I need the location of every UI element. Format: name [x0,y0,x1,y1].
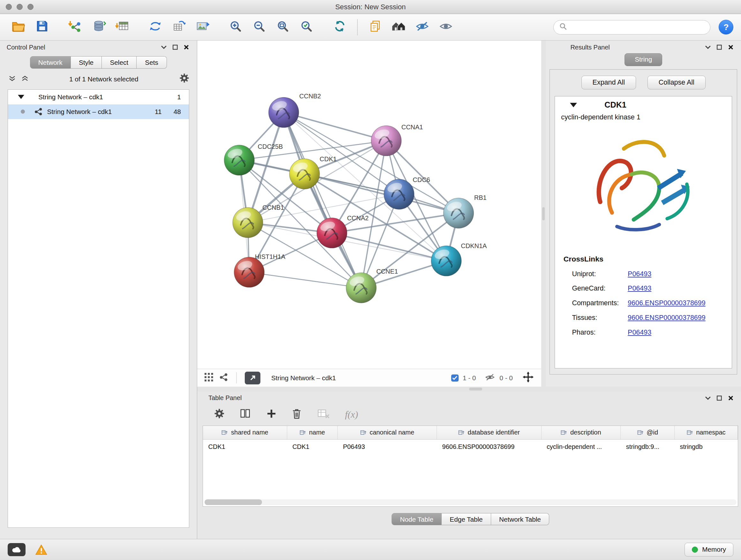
import-network-from-database-button[interactable] [88,17,110,38]
horizontal-splitter[interactable] [197,387,741,391]
show-all-button[interactable] [435,17,457,38]
hidden-eye-slash-icon[interactable] [485,373,495,383]
collapse-all-button[interactable]: Collapse All [648,76,705,89]
scrollbar-thumb[interactable] [205,499,262,505]
vertical-splitter[interactable] [541,41,546,387]
graph-edge[interactable] [284,112,361,288]
warning-button[interactable] [33,543,49,556]
network-canvas[interactable]: CCNB2CCNA1CDC25BCDK1CDC6RB1CCNB1CCNA2CDK… [197,41,541,369]
column-header--id[interactable]: @id [621,426,675,439]
selected-checkbox-icon[interactable] [451,374,458,381]
splitter-handle[interactable] [469,388,482,390]
new-network-from-selection-button[interactable] [168,17,190,38]
help-button[interactable]: ? [719,20,733,35]
table-row[interactable]: CDK1CDK1P064939606.ENSP00000378699cyclin… [203,440,738,454]
copy-document-button[interactable] [364,17,386,38]
column-header-database-identifier[interactable]: database identifier [437,426,541,439]
export-image-button[interactable] [192,17,213,38]
control-panel-close-button[interactable] [181,43,192,52]
window-close-button[interactable] [6,4,12,10]
graph-node-RB1[interactable] [443,198,474,228]
tab-network[interactable]: Network [30,56,71,69]
document-copy-icon [369,20,382,35]
zoom-fit-button[interactable] [272,17,294,38]
column-header-namespac[interactable]: namespac [675,426,738,439]
column-header-canonical-name[interactable]: canonical name [338,426,437,439]
table-cell: P06493 [338,440,437,454]
crosslink-value-link[interactable]: 9606.ENSP00000378699 [628,314,705,322]
splitter-handle[interactable] [542,207,545,220]
delete-column-trash-icon[interactable] [292,408,301,421]
memory-button[interactable]: Memory [684,543,734,557]
crosslink-value-link[interactable]: P06493 [628,328,651,336]
table-panel-close-button[interactable] [725,393,737,403]
table-horizontal-scrollbar[interactable] [205,499,737,505]
control-panel-float-button[interactable] [170,43,181,52]
pan-crosshair-icon[interactable] [523,372,534,384]
open-session-button[interactable] [8,17,29,38]
entry-collapse-caret[interactable] [570,103,577,107]
tab-select[interactable]: Select [102,56,137,69]
tab-string[interactable]: String [624,53,662,66]
graph-node-CCNB1[interactable] [232,207,263,238]
table-panel-menu-button[interactable] [702,393,714,403]
birds-eye-grid-icon[interactable] [205,373,213,383]
column-header-name[interactable]: name [287,426,338,439]
graph-node-CCNA2[interactable] [317,218,347,248]
crosslink-value-link[interactable]: 9606.ENSP00000378699 [628,299,705,307]
refresh-view-button[interactable] [329,17,351,38]
graph-node-CCNE1[interactable] [346,273,376,303]
home-button[interactable] [388,17,410,38]
collapse-all-icon[interactable] [9,75,16,84]
network-share-icon[interactable] [219,373,228,383]
control-panel-menu-button[interactable] [158,43,170,52]
graph-node-HIST1H1A[interactable] [234,257,264,288]
expand-all-button[interactable]: Expand All [582,76,636,89]
tab-network-table[interactable]: Network Table [491,513,549,525]
table-settings-gear-icon[interactable] [214,408,225,421]
tab-node-table[interactable]: Node Table [392,513,442,525]
graph-node-CDC25B[interactable] [224,145,254,176]
graph-edge[interactable] [305,174,459,213]
graph-node-CDC6[interactable] [384,179,414,209]
expand-all-icon[interactable] [21,75,28,84]
window-minimize-button[interactable] [17,4,23,10]
open-in-new-window-button[interactable] [245,372,260,384]
zoom-out-button[interactable] [249,17,270,38]
crosslink-value-link[interactable]: P06493 [628,270,651,278]
show-columns-icon[interactable] [240,409,251,421]
network-selection-status: 1 of 1 Network selected [28,75,179,83]
network-options-gear-icon[interactable] [179,73,189,85]
network-collection-row[interactable]: String Network – cdk1 1 [8,90,189,105]
graph-node-CCNA1[interactable] [371,126,401,156]
column-header-shared-name[interactable]: shared name [203,426,287,439]
save-session-button[interactable] [31,17,53,38]
search-input[interactable] [570,23,704,31]
table-panel-float-button[interactable] [714,393,725,403]
zoom-selected-button[interactable] [296,17,318,38]
window-zoom-button[interactable] [27,4,33,10]
hide-selected-button[interactable] [412,17,433,38]
search-field[interactable] [553,20,711,34]
import-table-button[interactable] [111,17,133,38]
results-panel-menu-button[interactable] [702,43,714,52]
add-column-plus-icon[interactable] [266,409,276,421]
graph-node-CDK1[interactable] [289,159,320,189]
import-network-from-file-button[interactable] [64,17,86,38]
graph-node-CDKN1A[interactable] [431,246,461,276]
network-tools-button[interactable] [145,17,166,38]
results-panel-close-button[interactable] [725,43,737,52]
zoom-in-button[interactable] [225,17,247,38]
cloud-button[interactable] [8,543,25,556]
crosslink-value-link[interactable]: P06493 [628,285,651,293]
graph-edge[interactable] [249,272,361,288]
network-row-selected[interactable]: String Network – cdk1 11 48 [8,105,189,119]
graph-node-CCNB2[interactable] [268,98,299,128]
function-builder-icon[interactable]: f(x) [345,409,358,420]
collection-expand-caret[interactable] [18,95,24,99]
results-panel-float-button[interactable] [714,43,725,52]
column-header-description[interactable]: description [542,426,621,439]
tab-sets[interactable]: Sets [137,56,167,69]
tab-style[interactable]: Style [71,56,102,69]
tab-edge-table[interactable]: Edge Table [442,513,491,525]
